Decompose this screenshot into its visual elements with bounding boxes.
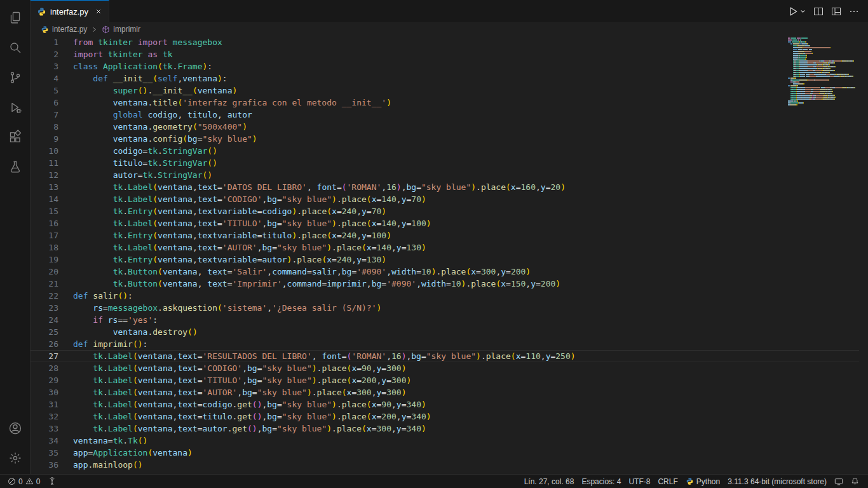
line-number[interactable]: 16 bbox=[31, 217, 58, 229]
python-interpreter[interactable]: 3.11.3 64-bit (microsoft store) bbox=[724, 475, 831, 488]
run-button[interactable] bbox=[787, 6, 806, 17]
line-number[interactable]: 13 bbox=[31, 181, 58, 193]
code-line[interactable]: 19 tk.Entry(ventana,textvariable=autor).… bbox=[31, 254, 859, 266]
line-number[interactable]: 15 bbox=[31, 205, 58, 217]
code-line[interactable]: 35app=Application(ventana) bbox=[31, 447, 859, 459]
line-number[interactable]: 19 bbox=[31, 254, 58, 266]
line-number[interactable]: 10 bbox=[31, 145, 58, 157]
code-line[interactable]: 23 rs=messagebox.askquestion('sistema','… bbox=[31, 302, 859, 314]
code-line[interactable]: 34ventana=tk.Tk() bbox=[31, 435, 859, 447]
cursor-position[interactable]: Lín. 27, col. 68 bbox=[520, 475, 578, 488]
line-number[interactable]: 6 bbox=[31, 97, 58, 109]
indentation-setting[interactable]: Espacios: 4 bbox=[578, 475, 625, 488]
code-line[interactable]: 17 tk.Entry(ventana,textvariable=titulo)… bbox=[31, 229, 859, 241]
sidebar-item-testing[interactable] bbox=[0, 152, 31, 182]
code-line[interactable]: 20 tk.Button(ventana, text='Salir',comma… bbox=[31, 266, 859, 278]
minimap[interactable] bbox=[788, 37, 859, 106]
code-line[interactable]: 28 tk.Label(ventana,text='CODIGO',bg="sk… bbox=[31, 362, 859, 374]
line-number[interactable]: 23 bbox=[31, 302, 58, 314]
code-line[interactable]: 21 tk.Button(ventana, text='Imprimir',co… bbox=[31, 278, 859, 290]
code-line[interactable]: 14 tk.Label(ventana,text='CODIGO',bg="sk… bbox=[31, 193, 859, 205]
line-number[interactable]: 1 bbox=[31, 36, 58, 48]
line-number[interactable]: 26 bbox=[31, 338, 58, 350]
code-line[interactable]: 2import tkinter as tk bbox=[31, 48, 859, 60]
line-number[interactable]: 30 bbox=[31, 386, 58, 398]
code-line[interactable]: 15 tk.Entry(ventana,textvariable=codigo)… bbox=[31, 205, 859, 217]
code-line[interactable]: 7 global codigo, titulo, autor bbox=[31, 109, 859, 121]
sidebar-item-extensions[interactable] bbox=[0, 122, 31, 152]
line-number[interactable]: 31 bbox=[31, 398, 58, 410]
line-number[interactable]: 3 bbox=[31, 60, 58, 72]
layout-button[interactable] bbox=[831, 6, 841, 17]
tab-interfaz-py[interactable]: interfaz.py bbox=[31, 0, 109, 22]
code-line[interactable]: 3class Application(tk.Frame): bbox=[31, 60, 859, 72]
line-number[interactable]: 21 bbox=[31, 278, 58, 290]
line-number[interactable]: 17 bbox=[31, 229, 58, 241]
line-number[interactable]: 24 bbox=[31, 314, 58, 326]
split-editor-button[interactable] bbox=[813, 6, 824, 17]
problems-indicator[interactable]: 0 0 bbox=[4, 475, 44, 488]
line-number[interactable]: 22 bbox=[31, 290, 58, 302]
line-number[interactable]: 33 bbox=[31, 423, 58, 435]
scrollbar[interactable] bbox=[859, 36, 868, 474]
sidebar-item-run-debug[interactable] bbox=[0, 92, 31, 122]
code-line[interactable]: 9 ventana.config(bg="sky blue") bbox=[31, 133, 859, 145]
language-mode[interactable]: Python bbox=[682, 475, 724, 488]
line-number[interactable]: 28 bbox=[31, 362, 58, 374]
code-line[interactable]: 11 titulo=tk.StringVar() bbox=[31, 157, 859, 169]
code-line[interactable]: 33 tk.Label(ventana,text=autor.get(),bg=… bbox=[31, 423, 859, 435]
code-line[interactable]: 8 ventana.geometry("500x400") bbox=[31, 121, 859, 133]
line-number[interactable]: 32 bbox=[31, 410, 58, 423]
close-tab-button[interactable] bbox=[95, 8, 102, 15]
remote-indicator[interactable] bbox=[831, 475, 847, 488]
line-number[interactable]: 7 bbox=[31, 109, 58, 121]
line-number[interactable]: 20 bbox=[31, 266, 58, 278]
line-number[interactable]: 11 bbox=[31, 157, 58, 169]
encoding-setting[interactable]: UTF-8 bbox=[625, 475, 654, 488]
sidebar-item-source-control[interactable] bbox=[0, 62, 31, 92]
code-line[interactable]: 32 tk.Label(ventana,text=titulo.get(),bg… bbox=[31, 410, 859, 423]
code-line[interactable]: 1from tkinter import messagebox bbox=[31, 36, 859, 48]
more-actions-button[interactable] bbox=[849, 6, 859, 17]
line-number[interactable]: 5 bbox=[31, 85, 58, 97]
breadcrumb-symbol[interactable]: imprimir bbox=[113, 25, 140, 34]
code-line[interactable]: 5 super().__init__(ventana) bbox=[31, 85, 859, 97]
code-area[interactable]: 1from tkinter import messagebox2import t… bbox=[31, 36, 859, 474]
line-number[interactable]: 35 bbox=[31, 447, 58, 459]
code-line[interactable]: 6 ventana.title('interfaz grafica con el… bbox=[31, 97, 859, 109]
code-line[interactable]: 36app.mainloop() bbox=[31, 459, 859, 471]
settings-button[interactable] bbox=[0, 443, 31, 473]
code-line[interactable]: 13 tk.Label(ventana,text='DATOS DEL LIBR… bbox=[31, 181, 859, 193]
line-number[interactable]: 25 bbox=[31, 326, 58, 338]
code-line[interactable]: 4 def __init__(self,ventana): bbox=[31, 72, 859, 85]
breadcrumb-file[interactable]: interfaz.py bbox=[52, 25, 87, 34]
code-line[interactable]: 22def salir(): bbox=[31, 290, 859, 302]
code-line[interactable]: 16 tk.Label(ventana,text='TITULO',bg="sk… bbox=[31, 217, 859, 229]
code-line[interactable]: 12 autor=tk.StringVar() bbox=[31, 169, 859, 181]
code-line[interactable]: 18 tk.Label(ventana,text='AUTOR',bg="sky… bbox=[31, 241, 859, 254]
account-button[interactable] bbox=[0, 413, 31, 443]
code-line[interactable]: 31 tk.Label(ventana,text=codigo.get(),bg… bbox=[31, 398, 859, 410]
ports-indicator[interactable] bbox=[44, 475, 60, 488]
eol-setting[interactable]: CRLF bbox=[654, 475, 681, 488]
code-line[interactable]: 27 tk.Label(ventana,text='RESULTADOS DEL… bbox=[31, 350, 859, 362]
code-line[interactable]: 25 ventana.destroy() bbox=[31, 326, 859, 338]
sidebar-item-search[interactable] bbox=[0, 32, 31, 62]
line-number[interactable]: 8 bbox=[31, 121, 58, 133]
code-line[interactable]: 26def imprimir(): bbox=[31, 338, 859, 350]
line-number[interactable]: 18 bbox=[31, 241, 58, 254]
line-number[interactable]: 27 bbox=[31, 350, 58, 362]
notifications-button[interactable] bbox=[847, 475, 863, 488]
line-number[interactable]: 34 bbox=[31, 435, 58, 447]
line-number[interactable]: 36 bbox=[31, 459, 58, 471]
code-line[interactable]: 24 if rs=='yes': bbox=[31, 314, 859, 326]
line-number[interactable]: 2 bbox=[31, 48, 58, 60]
sidebar-item-explorer[interactable] bbox=[0, 3, 31, 32]
line-number[interactable]: 9 bbox=[31, 133, 58, 145]
code-line[interactable]: 30 tk.Label(ventana,text='AUTOR',bg="sky… bbox=[31, 386, 859, 398]
code-line[interactable]: 29 tk.Label(ventana,text='TITULO',bg="sk… bbox=[31, 374, 859, 386]
line-number[interactable]: 4 bbox=[31, 72, 58, 85]
line-number[interactable]: 12 bbox=[31, 169, 58, 181]
line-number[interactable]: 29 bbox=[31, 374, 58, 386]
code-line[interactable]: 10 codigo=tk.StringVar() bbox=[31, 145, 859, 157]
